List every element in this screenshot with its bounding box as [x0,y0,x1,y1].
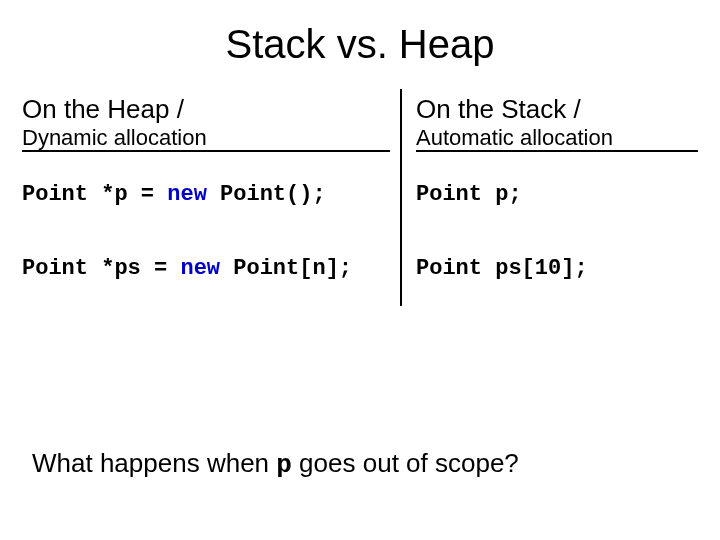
vertical-divider [400,89,402,306]
header-heap-sub: Dynamic allocation [22,126,390,150]
stack-code-cell: Point p; [400,176,698,213]
code-text: Point(); [207,182,326,207]
header-heap-title: On the Heap / [22,95,390,124]
code-text: Point[n]; [220,256,352,281]
header-stack-title: On the Stack / [416,95,698,124]
table-header-row: On the Heap / Dynamic allocation On the … [22,89,698,158]
table-body: Point *p = new Point(); Point p; Point *… [22,158,698,306]
header-heap-rule [22,150,390,152]
header-stack: On the Stack / Automatic allocation [400,89,698,158]
code-text: Point *ps = [22,256,180,281]
header-heap: On the Heap / Dynamic allocation [22,89,400,158]
header-stack-sub: Automatic allocation [416,126,698,150]
question-code: p [276,450,292,480]
question-post: goes out of scope? [292,448,519,478]
question-text: What happens when p goes out of scope? [32,448,519,480]
header-stack-rule [416,150,698,152]
stack-code-cell: Point ps[10]; [400,250,698,287]
slide: Stack vs. Heap On the Heap / Dynamic all… [0,0,720,540]
comparison-table: On the Heap / Dynamic allocation On the … [22,89,698,306]
heap-code-cell: Point *p = new Point(); [22,176,400,213]
table-row: Point *p = new Point(); Point p; [22,158,698,232]
table-row: Point *ps = new Point[n]; Point ps[10]; [22,232,698,306]
slide-title: Stack vs. Heap [0,0,720,79]
heap-code-cell: Point *ps = new Point[n]; [22,250,400,287]
keyword-new: new [167,182,207,207]
keyword-new: new [180,256,220,281]
code-text: Point *p = [22,182,167,207]
question-pre: What happens when [32,448,276,478]
